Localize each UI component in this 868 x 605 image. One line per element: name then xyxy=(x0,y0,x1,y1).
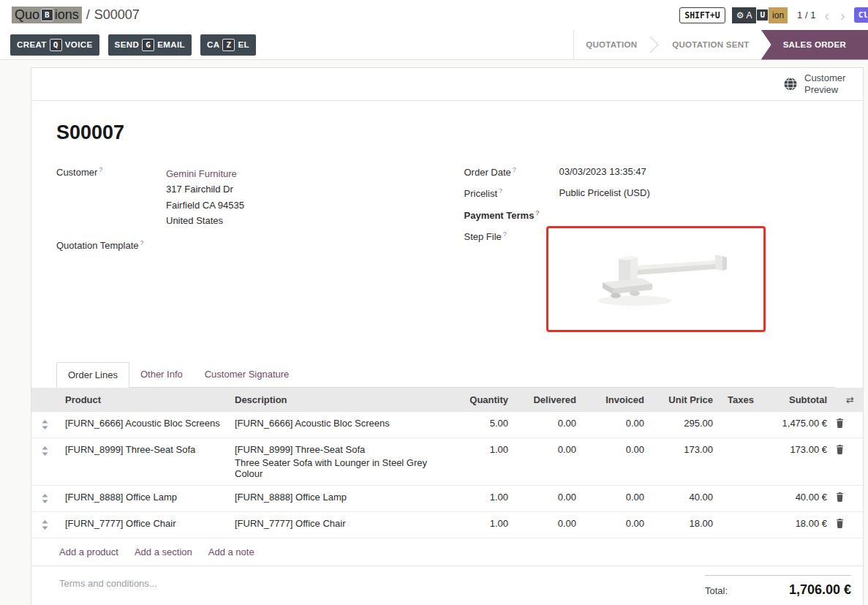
customer-address-line1: 317 Fairchild Dr xyxy=(166,184,233,195)
action-menu-left: ⚙A xyxy=(732,7,757,23)
cell-delivered[interactable]: 0.00 xyxy=(516,437,584,485)
cell-product[interactable]: [FURN_6666] Acoustic Bloc Screens xyxy=(58,412,227,438)
add-a-section-link[interactable]: Add a section xyxy=(135,546,192,557)
breadcrumb-quotations-link[interactable]: QuoBions xyxy=(12,7,82,23)
cell-delivered[interactable]: 0.00 xyxy=(516,485,584,511)
cell-product[interactable]: [FURN_7777] Office Chair xyxy=(58,511,227,538)
total-label: Total: xyxy=(705,585,728,596)
cell-description[interactable]: [FURN_7777] Office Chair xyxy=(227,511,448,538)
delete-line-icon[interactable] xyxy=(836,418,844,428)
tab-customer-signature[interactable]: Customer Signature xyxy=(194,362,301,387)
gear-icon: ⚙ xyxy=(736,10,744,20)
cell-unit-price[interactable]: 173.00 xyxy=(652,437,720,485)
cell-subtotal: 1,475.00 € xyxy=(757,412,834,438)
order-line-row-2[interactable]: [FURN_8999] Three-Seat Sofa [FURN_8999] … xyxy=(31,437,863,485)
help-icon: ? xyxy=(99,166,102,173)
customer-link[interactable]: Gemini Furniture xyxy=(166,168,237,179)
tab-other-info[interactable]: Other Info xyxy=(129,362,194,387)
customer-address-line2: Fairfield CA 94535 xyxy=(166,200,244,211)
delete-line-icon[interactable] xyxy=(836,519,844,528)
order-line-row-1[interactable]: [FURN_6666] Acoustic Bloc Screens [FURN_… xyxy=(31,412,863,438)
order-date-value[interactable]: 03/03/2023 13:35:47 xyxy=(559,166,646,178)
customer-preview-button[interactable]: Customer Preview xyxy=(783,72,851,95)
action-text-pre: A xyxy=(746,10,752,20)
cell-unit-price[interactable]: 40.00 xyxy=(652,485,720,511)
help-icon: ? xyxy=(499,187,502,195)
page-title: S00007 xyxy=(56,121,835,144)
cell-subtotal: 40.00 € xyxy=(757,485,834,511)
cell-invoiced[interactable]: 0.00 xyxy=(584,511,652,538)
cell-invoiced[interactable]: 0.00 xyxy=(584,485,652,511)
tab-order-lines[interactable]: Order Lines xyxy=(56,362,129,388)
status-sales-order[interactable]: SALES ORDER xyxy=(761,30,868,60)
add-a-note-link[interactable]: Add a note xyxy=(208,546,254,557)
step-file-image[interactable] xyxy=(546,226,766,332)
status-bar: QUOTATION QUOTATION SENT SALES ORDER xyxy=(573,30,868,59)
order-lines-table: Product Description Quantity Delivered I… xyxy=(31,388,863,538)
drag-handle-icon[interactable] xyxy=(42,420,48,429)
cell-product[interactable]: [FURN_8999] Three-Seat Sofa xyxy=(58,437,227,485)
status-quotation[interactable]: QUOTATION xyxy=(574,30,649,60)
cell-unit-price[interactable]: 295.00 xyxy=(652,412,720,438)
header-description: Description xyxy=(227,388,448,412)
add-a-product-link[interactable]: Add a product xyxy=(59,546,118,557)
drag-handle-icon[interactable] xyxy=(42,520,48,530)
cell-invoiced[interactable]: 0.00 xyxy=(584,437,652,485)
cell-invoiced[interactable]: 0.00 xyxy=(584,412,652,438)
pager-previous-icon[interactable]: ‹ xyxy=(822,8,831,23)
keyboard-hint-z: Z xyxy=(222,39,235,51)
help-icon: ? xyxy=(513,166,516,173)
sheet-header-strip: Customer Preview xyxy=(31,68,863,101)
create-invoice-button[interactable]: CREATQVOICE xyxy=(10,34,99,56)
field-quotation-template: Quotation Template? xyxy=(56,239,428,251)
field-pricelist: Pricelist? Public Pricelist (USD) xyxy=(464,187,836,199)
order-line-row-3[interactable]: [FURN_8888] Office Lamp [FURN_8888] Offi… xyxy=(31,485,863,511)
cancel-button[interactable]: CAZEL xyxy=(200,34,256,56)
table-header-row: Product Description Quantity Delivered I… xyxy=(31,388,863,412)
drag-handle-icon[interactable] xyxy=(42,446,48,456)
pricelist-value[interactable]: Public Pricelist (USD) xyxy=(559,187,650,199)
cell-quantity[interactable]: 1.00 xyxy=(448,511,516,538)
cell-unit-price[interactable]: 18.00 xyxy=(652,511,720,538)
drag-handle-icon[interactable] xyxy=(42,494,48,503)
cell-taxes[interactable] xyxy=(720,485,757,511)
pager-next-icon[interactable]: › xyxy=(838,8,848,23)
cell-description[interactable]: [FURN_8888] Office Lamp xyxy=(227,485,448,511)
cell-description[interactable]: [FURN_6666] Acoustic Bloc Screens xyxy=(227,412,448,438)
field-payment-terms: Payment Terms? xyxy=(464,209,836,221)
send-email-button[interactable]: SENDGEMAIL xyxy=(108,34,192,56)
header-quantity: Quantity xyxy=(448,388,516,412)
field-order-date: Order Date? 03/03/2023 13:35:47 xyxy=(464,166,836,178)
header-taxes: Taxes xyxy=(720,388,757,412)
delete-line-icon[interactable] xyxy=(836,445,844,454)
cell-quantity[interactable]: 1.00 xyxy=(448,485,516,511)
pricelist-label: Pricelist? xyxy=(464,187,559,199)
cell-taxes[interactable] xyxy=(720,412,757,438)
status-quotation-sent[interactable]: QUOTATION SENT xyxy=(660,30,761,60)
keyboard-hint-q: Q xyxy=(50,39,62,51)
action-menu-button[interactable]: ⚙AUion xyxy=(732,7,788,23)
quotation-template-label: Quotation Template? xyxy=(56,239,166,251)
cell-delivered[interactable]: 0.00 xyxy=(516,511,584,538)
cell-description[interactable]: [FURN_8999] Three-Seat SofaThree Seater … xyxy=(227,437,448,485)
step-file-3d-render xyxy=(548,228,763,330)
cell-taxes[interactable] xyxy=(720,511,757,538)
customer-preview-label: Customer Preview xyxy=(804,72,851,95)
field-column-left: Customer? Gemini Furniture 317 Fairchild… xyxy=(56,166,428,260)
sheet-body: S00007 Customer? Gemini Furniture 317 Fa… xyxy=(31,101,863,388)
toggle-columns-icon[interactable]: ⇄ xyxy=(834,388,863,412)
cell-quantity[interactable]: 5.00 xyxy=(448,412,516,438)
delete-line-icon[interactable] xyxy=(836,492,844,502)
cell-delivered[interactable]: 0.00 xyxy=(516,412,584,438)
step-file-label: Step File? xyxy=(464,230,559,332)
terms-and-conditions-input[interactable]: Terms and conditions... xyxy=(59,578,157,598)
breadcrumb: QuoBions / S00007 xyxy=(12,7,140,23)
cell-product[interactable]: [FURN_8888] Office Lamp xyxy=(58,485,227,511)
order-line-row-4[interactable]: [FURN_7777] Office Chair [FURN_7777] Off… xyxy=(31,511,863,538)
cell-subtotal: 18.00 € xyxy=(757,511,834,538)
header-handle xyxy=(31,388,58,412)
send-email-text-pre: SEND xyxy=(115,40,140,49)
cancel-text-post: EL xyxy=(238,40,249,49)
cell-quantity[interactable]: 1.00 xyxy=(448,437,516,485)
cell-taxes[interactable] xyxy=(720,437,757,485)
